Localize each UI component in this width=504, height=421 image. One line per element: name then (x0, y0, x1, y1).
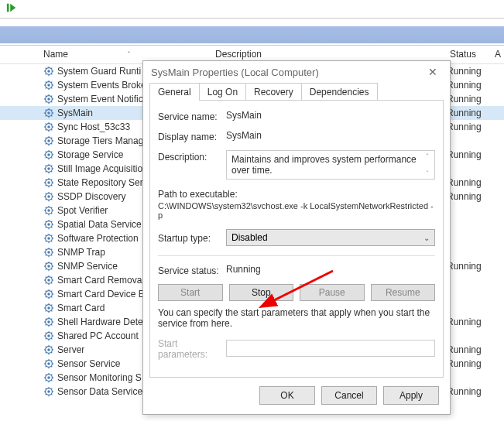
svg-line-69 (46, 157, 46, 158)
service-name: Shell Hardware Dete (57, 317, 143, 327)
svg-line-200 (51, 333, 52, 334)
dialog-tabs: General Log On Recovery Dependencies (143, 83, 450, 101)
gear-icon (43, 358, 54, 369)
service-status: Running (444, 191, 492, 202)
svg-point-102 (47, 209, 50, 212)
cancel-button[interactable]: Cancel (321, 386, 377, 405)
pause-button[interactable]: Pause (300, 284, 365, 301)
svg-point-162 (47, 293, 50, 296)
gear-icon (43, 122, 54, 132)
svg-point-12 (47, 84, 50, 87)
toolbar (0, 0, 504, 19)
value-description: Maintains and improves system performanc… (226, 150, 435, 180)
svg-line-108 (51, 213, 52, 214)
svg-line-188 (51, 324, 52, 325)
svg-line-77 (46, 166, 46, 166)
label-display-name: Display name: (158, 130, 226, 142)
gear-icon (43, 386, 54, 397)
svg-line-90 (51, 180, 52, 180)
play-icon[interactable] (6, 2, 17, 15)
svg-point-222 (47, 376, 50, 379)
svg-line-39 (46, 115, 46, 116)
svg-line-187 (46, 319, 46, 320)
start-parameters-input[interactable] (226, 340, 435, 357)
label-description: Description: (158, 150, 226, 163)
tab-recovery[interactable]: Recovery (245, 83, 302, 101)
service-status: Running (444, 317, 492, 327)
svg-point-142 (47, 265, 50, 268)
svg-line-78 (51, 171, 52, 172)
svg-line-138 (51, 255, 52, 255)
tab-logon[interactable]: Log On (199, 83, 246, 101)
svg-line-230 (51, 375, 52, 375)
service-name: Sync Host_53c33 (57, 122, 130, 132)
svg-line-140 (51, 249, 52, 250)
description-scroll[interactable]: ˆˇ (422, 152, 433, 177)
gear-icon (43, 344, 54, 355)
chevron-up-icon: ˆ (422, 152, 433, 160)
svg-line-17 (46, 82, 46, 83)
svg-line-219 (46, 366, 46, 367)
service-status: Running (444, 177, 492, 188)
svg-rect-0 (7, 4, 9, 12)
svg-point-122 (47, 237, 50, 240)
svg-line-7 (46, 68, 46, 69)
svg-line-217 (46, 361, 46, 361)
gear-icon (43, 191, 54, 202)
svg-line-158 (51, 282, 52, 283)
svg-line-139 (46, 255, 46, 255)
service-name: System Event Notific (57, 94, 143, 104)
service-status: Running (444, 261, 492, 272)
svg-point-172 (47, 306, 50, 310)
svg-line-88 (51, 185, 52, 186)
svg-line-87 (46, 180, 46, 180)
svg-line-218 (51, 366, 52, 367)
gear-icon (43, 289, 54, 299)
apply-button[interactable]: Apply (383, 386, 439, 405)
svg-point-72 (47, 167, 50, 170)
service-name: Smart Card Device E (57, 289, 145, 299)
svg-line-59 (46, 143, 46, 144)
svg-line-120 (51, 221, 52, 222)
col-status[interactable]: Status (444, 46, 492, 63)
sort-indicator-icon: ˇ (128, 50, 130, 58)
svg-line-198 (51, 338, 52, 339)
label-service-name: Service name: (158, 110, 226, 122)
svg-line-27 (46, 96, 46, 97)
service-status: Running (444, 358, 492, 369)
service-name: Shared PC Account (57, 330, 139, 341)
svg-point-82 (47, 181, 50, 184)
ok-button[interactable]: OK (259, 386, 315, 405)
start-button[interactable]: Start (158, 284, 223, 301)
service-status: Running (444, 386, 492, 397)
tab-dependencies[interactable]: Dependencies (301, 83, 378, 101)
svg-line-227 (46, 375, 46, 375)
label-startup: Startup type: (158, 231, 226, 244)
gear-icon (43, 108, 54, 118)
svg-line-80 (51, 166, 52, 166)
svg-line-209 (46, 352, 46, 353)
startup-type-select[interactable]: Disabled ⌄ (226, 229, 435, 246)
service-name: Still Image Acquisitio (57, 163, 142, 174)
value-display-name: SysMain (226, 130, 435, 141)
close-icon[interactable]: ✕ (423, 64, 442, 80)
stop-button[interactable]: Stop (229, 284, 294, 301)
svg-line-179 (46, 310, 46, 311)
svg-line-89 (46, 185, 46, 186)
col-end[interactable]: A (492, 46, 504, 63)
gear-icon (43, 149, 54, 160)
service-name: Spot Verifier (57, 205, 108, 216)
svg-line-170 (51, 291, 52, 292)
svg-point-42 (47, 125, 50, 128)
svg-line-159 (46, 282, 46, 283)
svg-line-70 (51, 152, 52, 152)
svg-line-169 (46, 296, 46, 297)
service-status: Running (444, 66, 492, 77)
svg-line-58 (51, 143, 52, 144)
service-name: Sensor Data Service (57, 386, 142, 397)
resume-button[interactable]: Resume (371, 284, 436, 301)
gear-icon (43, 163, 54, 174)
tab-general[interactable]: General (149, 83, 200, 101)
svg-line-30 (51, 96, 52, 97)
svg-line-137 (46, 249, 46, 250)
